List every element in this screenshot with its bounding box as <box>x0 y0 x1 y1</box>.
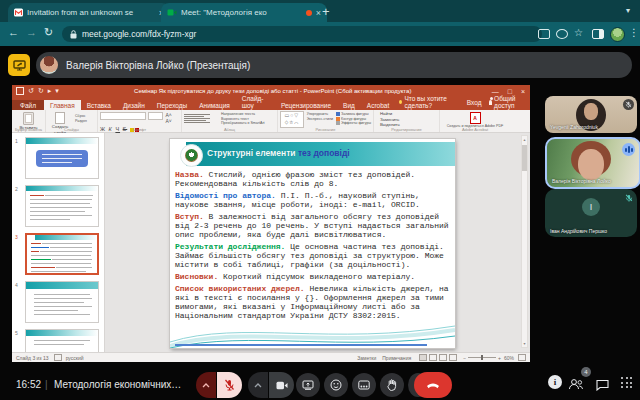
ribbon-tab-slideshow[interactable]: Слайд-шоу <box>236 93 275 110</box>
translate-icon[interactable] <box>556 29 568 39</box>
slideshow-icon[interactable]: ▸ <box>48 85 52 97</box>
minimize-icon[interactable]: — <box>492 88 499 95</box>
speaking-indicator-icon <box>622 143 635 156</box>
tab-label: Invitation from an unknown se <box>27 8 155 17</box>
fit-to-window-icon[interactable] <box>518 354 526 361</box>
person-icon <box>489 100 493 105</box>
paste-icon[interactable] <box>23 112 34 125</box>
undo-icon[interactable]: ↺ <box>28 85 34 97</box>
ribbon-tab-transitions[interactable]: Переходы <box>151 100 194 110</box>
sign-in-button[interactable]: Вход <box>467 99 482 106</box>
zoom-level[interactable]: 60% <box>504 355 514 361</box>
view-sorter-icon[interactable] <box>429 354 437 361</box>
browser-menu-icon[interactable]: ⋮ <box>629 27 639 38</box>
tab-label: Meet: "Методологія еко <box>181 8 302 17</box>
present-screen-button[interactable] <box>296 373 320 397</box>
ribbon-group-editing: Найти Заменить Выделить Редактирование <box>374 110 440 132</box>
view-slideshow-icon[interactable] <box>449 354 457 361</box>
chat-button[interactable] <box>596 377 609 395</box>
new-tab-button[interactable]: + <box>322 4 330 19</box>
ribbon-tab-animations[interactable]: Анимация <box>193 100 236 110</box>
apps-grid-button[interactable] <box>621 377 633 389</box>
slide-thumbnail-2[interactable] <box>25 185 99 227</box>
slide-underline <box>175 344 427 346</box>
slide-thumbnail-4[interactable] <box>25 281 99 323</box>
workspace-scrollbar[interactable]: ▴ ▾ <box>521 135 528 348</box>
zoom-slider[interactable] <box>468 357 496 358</box>
meeting-details-info-button[interactable]: i <box>548 375 562 389</box>
quick-access-toolbar[interactable]: ↺ ↻ ▸ ▾ <box>16 85 59 97</box>
mic-muted-icon <box>623 192 634 203</box>
browser-tab-meet[interactable]: Meet: "Методологія еко × <box>161 3 327 22</box>
slide-thumbnail-3-selected[interactable] <box>25 233 99 275</box>
media-controls-icon[interactable] <box>538 29 550 39</box>
browser-toolbar: ← → ↻ meet.google.com/fdx-fyzm-xgr ☆ ⋮ <box>0 22 640 46</box>
participant-tile-1[interactable]: Yevgenii Zahorodniuk <box>545 96 637 133</box>
presenter-banner[interactable]: Валерія Вікторівна Лойко (Презентація) <box>36 52 632 78</box>
current-slide[interactable]: Структурні елементи тез доповіді Назва. … <box>170 139 455 348</box>
ribbon-tab-acrobat[interactable]: Acrobat <box>361 100 395 110</box>
university-logo <box>180 144 203 167</box>
adobe-pdf-icon[interactable]: A <box>470 112 481 124</box>
address-bar[interactable]: meet.google.com/fdx-fyzm-xgr <box>62 26 542 42</box>
quick-styles-button[interactable]: Экспресс-стили <box>307 117 333 122</box>
view-normal-icon[interactable] <box>419 354 427 361</box>
ribbon-tab-view[interactable]: Вид <box>337 100 361 110</box>
slide-title: Структурні елементи тез доповіді <box>207 148 350 158</box>
font-size-box[interactable] <box>148 112 164 120</box>
ribbon-tab-file[interactable]: Файл <box>12 100 44 110</box>
slide-thumbnail-panel: 1 2 <box>12 133 105 352</box>
mic-options-chevron[interactable] <box>196 372 216 398</box>
end-call-button[interactable] <box>414 372 452 398</box>
close-icon[interactable]: × <box>521 88 525 95</box>
new-slide-icon[interactable] <box>55 112 65 124</box>
spellcheck-icon[interactable] <box>54 354 62 361</box>
forward-icon[interactable]: → <box>26 26 37 38</box>
redo-icon[interactable]: ↻ <box>38 85 44 97</box>
tell-me-box[interactable]: Что вы хотите сделать? <box>399 95 462 110</box>
clock: 16:52 <box>16 379 41 390</box>
people-button[interactable] <box>568 376 584 394</box>
font-name-box[interactable] <box>100 112 146 120</box>
view-reading-icon[interactable] <box>439 354 447 361</box>
language-indicator[interactable]: русский <box>66 355 84 361</box>
gmail-icon <box>14 8 23 17</box>
ribbon-tab-review[interactable]: Рецензирование <box>275 100 337 110</box>
slide-thumbnail-1[interactable] <box>25 137 99 179</box>
browser-tab-gmail[interactable]: Invitation from an unknown se × <box>8 3 170 22</box>
shapes-gallery[interactable]: ▭○▽⬦☆⌒ <box>280 111 304 128</box>
shape-effects-button[interactable]: Эффекты фигуры <box>336 121 371 126</box>
share-button[interactable]: Общий доступ <box>489 95 525 109</box>
reset-button[interactable]: Сброс <box>75 114 87 119</box>
participant-tile-3[interactable]: І Іван Андрійович Першко <box>545 189 637 237</box>
profile-avatar[interactable] <box>610 27 625 42</box>
captions-button[interactable] <box>352 373 376 397</box>
ribbon-tab-design[interactable]: Дизайн <box>117 100 151 110</box>
notes-button[interactable]: Заметки <box>357 355 376 361</box>
camera-button[interactable] <box>269 372 294 398</box>
side-panel-icon[interactable] <box>592 29 604 39</box>
ribbon-group-font: A˄ A˅ Ж К Ч S Шрифт <box>98 110 182 132</box>
ribbon-tab-insert[interactable]: Вставка <box>81 100 117 110</box>
zoom-in-icon[interactable]: + <box>498 355 501 361</box>
back-icon[interactable]: ← <box>8 26 19 38</box>
tab-close-icon[interactable]: × <box>316 8 321 18</box>
restore-icon[interactable]: □ <box>508 88 512 95</box>
zoom-out-icon[interactable]: − <box>463 355 466 361</box>
slide-thumbnail-5[interactable] <box>25 329 99 352</box>
reactions-emoji-button[interactable] <box>324 373 348 397</box>
bookmark-star-icon[interactable]: ☆ <box>574 27 583 38</box>
camera-options-chevron[interactable] <box>248 372 268 398</box>
mic-muted-button[interactable] <box>217 372 242 398</box>
ribbon-tab-home[interactable]: Главная <box>44 100 81 110</box>
comments-button[interactable]: Примечания <box>382 355 411 361</box>
reload-icon[interactable]: ↻ <box>44 26 53 39</box>
tab-search-chevron-icon[interactable]: ▾ <box>626 6 630 15</box>
url-text: meet.google.com/fdx-fyzm-xgr <box>82 29 196 39</box>
save-icon[interactable] <box>16 87 24 95</box>
section-button[interactable]: Раздел <box>75 119 87 124</box>
participant-tile-2-active-speaker[interactable]: Валерія Вікторівна Лойко <box>545 137 640 189</box>
smartart-button[interactable]: Преобразовать в SmartArt <box>221 121 265 126</box>
presenting-indicator-icon[interactable] <box>8 54 30 76</box>
raise-hand-button[interactable] <box>380 373 404 397</box>
